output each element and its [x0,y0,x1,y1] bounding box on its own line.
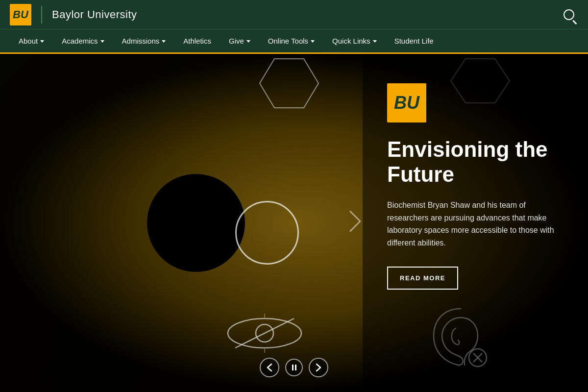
chevron-down-icon [373,40,377,43]
nav-label-quick-links: Quick Links [332,37,370,45]
svg-line-4 [235,318,294,348]
logo-initials: BU [13,8,28,21]
logo-badge: BU [10,4,31,25]
nav-label-give: Give [229,37,244,45]
nav-label-student-life: Student Life [394,37,434,45]
nav-item-athletics[interactable]: Athletics [174,29,220,53]
next-slide-button[interactable] [309,358,328,377]
site-header: BU Baylor University [0,0,588,29]
chevron-down-icon [100,40,104,43]
prev-arrow-icon [267,363,272,372]
nav-item-admissions[interactable]: Admissions [113,29,175,53]
nav-label-online-tools: Online Tools [268,37,308,45]
search-button[interactable] [560,5,578,24]
pause-bar-right [295,365,296,370]
read-more-button[interactable]: READ MORE [387,267,458,290]
pause-bar-left [292,365,294,370]
nav-label-admissions: Admissions [122,37,160,45]
nav-item-quick-links[interactable]: Quick Links [323,29,386,53]
university-name: Baylor University [52,8,137,21]
search-icon [564,9,574,20]
chevron-down-icon [311,40,315,43]
nav-label-about: About [19,37,38,45]
hero-logo-badge: BU [387,83,426,122]
hero-content-panel: BU Envisioning the Future Biochemist Bry… [363,54,588,392]
nav-item-student-life[interactable]: Student Life [386,29,442,53]
pause-slide-button[interactable] [285,359,303,376]
circle-icon-overlay [235,201,299,265]
main-nav: About Academics Admissions Athletics Giv… [0,29,588,54]
hero-title: Envisioning the Future [387,137,564,187]
next-arrow-icon [316,363,321,372]
chevron-down-icon [40,40,44,43]
chevron-down-icon [246,40,250,43]
nav-label-athletics: Athletics [183,37,211,45]
nav-item-academics[interactable]: Academics [53,29,113,53]
nav-item-give[interactable]: Give [220,29,259,53]
slide-controls [260,358,328,377]
nav-label-academics: Academics [62,37,98,45]
hero-badge-initials: BU [394,93,419,113]
prev-slide-button[interactable] [260,358,279,377]
hero-description: Biochemist Bryan Shaw and his team of re… [387,199,564,249]
hero-section: BU Envisioning the Future Biochemist Bry… [0,54,588,392]
nav-item-about[interactable]: About [10,29,53,53]
logo-area: BU Baylor University [10,4,137,25]
nav-item-online-tools[interactable]: Online Tools [259,29,323,53]
eye-icon-overlay [225,314,304,353]
logo-divider [41,6,42,24]
chevron-down-icon [162,40,166,43]
